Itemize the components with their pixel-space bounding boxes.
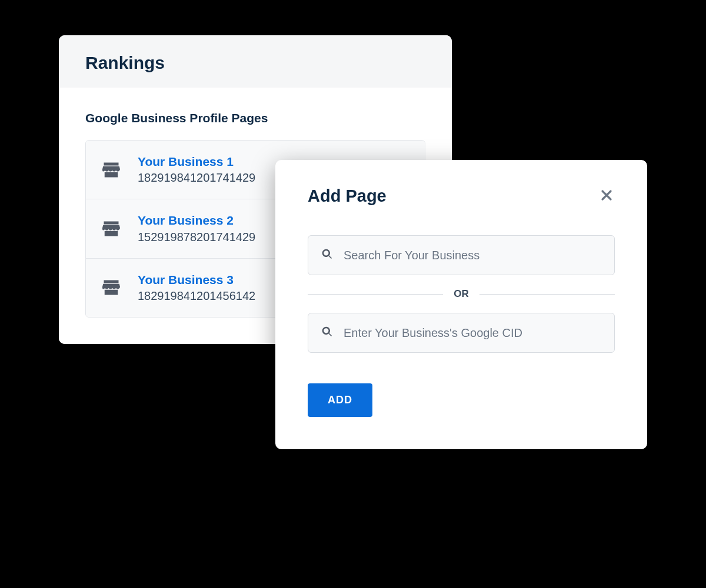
divider-text: OR: [443, 288, 479, 300]
modal-header: Add Page: [308, 186, 615, 206]
rankings-title: Rankings: [85, 53, 425, 73]
business-name-link[interactable]: Your Business 3: [138, 272, 255, 288]
business-id: 182919841201456142: [138, 288, 255, 304]
divider-line: [308, 294, 443, 295]
rankings-header: Rankings: [59, 35, 452, 88]
cid-input[interactable]: [344, 326, 601, 340]
modal-title: Add Page: [308, 186, 387, 206]
store-icon: [102, 221, 120, 236]
cid-input-group[interactable]: [308, 313, 615, 353]
add-button[interactable]: ADD: [308, 383, 372, 417]
search-icon: [321, 248, 333, 262]
add-page-modal: Add Page OR ADD: [275, 160, 647, 449]
business-id: 152919878201741429: [138, 229, 255, 245]
divider: OR: [308, 288, 615, 300]
business-id: 182919841201741429: [138, 169, 255, 186]
business-name-link[interactable]: Your Business 1: [138, 153, 255, 169]
store-icon: [102, 280, 120, 295]
close-icon: [600, 188, 614, 205]
store-icon: [102, 162, 120, 178]
business-info: Your Business 3 182919841201456142: [138, 272, 255, 304]
search-business-input[interactable]: [344, 249, 601, 262]
section-title: Google Business Profile Pages: [85, 111, 425, 125]
search-icon: [321, 326, 333, 340]
search-business-group[interactable]: [308, 235, 615, 275]
business-name-link[interactable]: Your Business 2: [138, 212, 255, 228]
business-info: Your Business 1 182919841201741429: [138, 153, 255, 186]
close-button[interactable]: [598, 188, 615, 205]
divider-line: [479, 294, 615, 295]
business-info: Your Business 2 152919878201741429: [138, 212, 255, 245]
